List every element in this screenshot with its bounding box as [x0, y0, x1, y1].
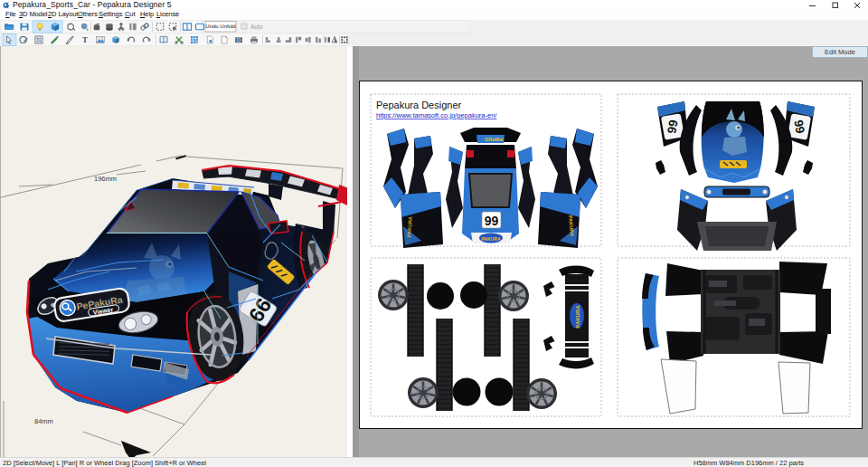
svg-text:T: T — [82, 35, 88, 44]
svg-text:Pepakura Designer: Pepakura Designer — [376, 100, 462, 110]
svg-text:Auto: Auto — [250, 24, 263, 30]
svg-text:66: 66 — [792, 119, 807, 135]
svg-text:196mm: 196mm — [94, 175, 117, 183]
svg-text:66: 66 — [665, 119, 680, 135]
svg-text:Undo Unfold: Undo Unfold — [205, 24, 235, 29]
svg-text:99: 99 — [485, 214, 499, 228]
svg-text:PAKURA: PAKURA — [575, 305, 580, 329]
svg-text:https://www.tamasoft.co.jp/pep: https://www.tamasoft.co.jp/pepakura-en/ — [376, 111, 497, 119]
svg-text:PAKURA: PAKURA — [481, 236, 500, 242]
svg-text:84mm: 84mm — [34, 417, 53, 425]
svg-text:GReMal: GReMal — [485, 137, 504, 142]
